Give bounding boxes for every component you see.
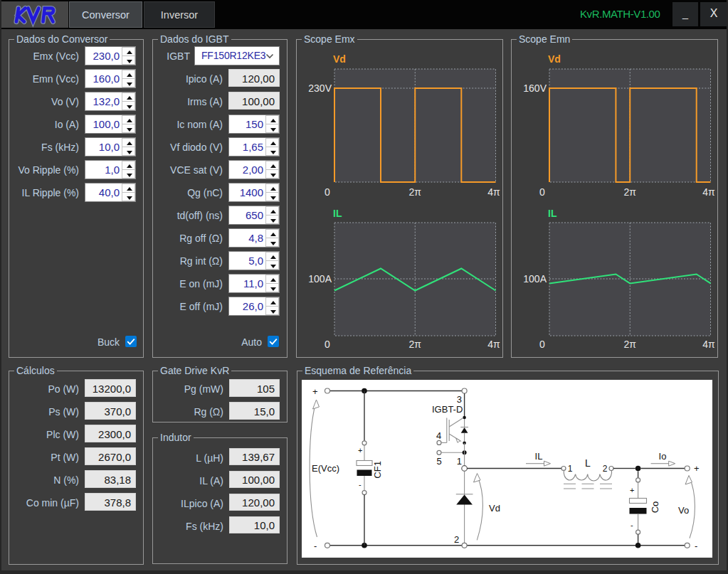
svg-text:2π: 2π: [409, 339, 422, 350]
svg-text:E(Vcc): E(Vcc): [312, 463, 339, 474]
svg-text:230V: 230V: [308, 83, 332, 94]
svg-text:1: 1: [457, 456, 462, 467]
svg-text:Vd: Vd: [489, 503, 500, 514]
svg-text:2π: 2π: [409, 186, 422, 198]
svg-text:0: 0: [325, 186, 330, 198]
svg-text:2π: 2π: [624, 186, 637, 198]
svg-text:-: -: [359, 480, 362, 489]
svg-text:-: -: [631, 521, 633, 529]
svg-text:L: L: [585, 457, 591, 469]
svg-text:100A: 100A: [308, 273, 332, 285]
svg-text:CF1: CF1: [372, 461, 383, 479]
svg-text:IL: IL: [548, 208, 557, 219]
svg-text:4π: 4π: [702, 339, 715, 350]
svg-text:+: +: [630, 486, 634, 494]
svg-text:-: -: [314, 541, 317, 551]
svg-text:0: 0: [539, 339, 545, 350]
svg-text:5: 5: [436, 456, 441, 467]
svg-text:4π: 4π: [702, 186, 715, 198]
svg-text:Io: Io: [659, 451, 667, 462]
svg-text:IL: IL: [535, 451, 543, 462]
svg-text:Vo: Vo: [678, 505, 689, 516]
svg-text:IGBT-D: IGBT-D: [432, 404, 463, 415]
svg-text:4π: 4π: [487, 186, 500, 198]
svg-text:0: 0: [539, 186, 545, 198]
svg-text:+: +: [694, 463, 700, 474]
svg-text:1: 1: [568, 464, 573, 474]
svg-text:2: 2: [454, 534, 459, 545]
svg-text:2: 2: [603, 464, 608, 474]
svg-text:Vd: Vd: [548, 53, 561, 65]
svg-text:+: +: [358, 446, 362, 455]
svg-text:Vd: Vd: [333, 53, 346, 65]
svg-text:+: +: [312, 386, 318, 397]
svg-text:4π: 4π: [487, 339, 500, 350]
svg-text:160V: 160V: [523, 83, 547, 94]
svg-text:IL: IL: [333, 208, 342, 219]
svg-text:2π: 2π: [624, 339, 637, 350]
svg-text:4: 4: [436, 430, 441, 441]
svg-text:Co: Co: [650, 501, 660, 514]
svg-text:0: 0: [325, 339, 330, 350]
svg-text:-: -: [695, 541, 697, 551]
svg-text:100A: 100A: [523, 273, 547, 285]
